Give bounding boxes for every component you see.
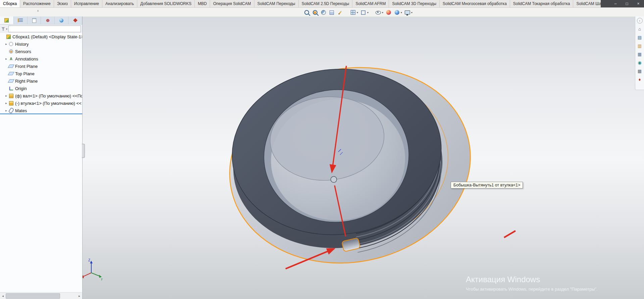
configuration-manager-tab[interactable] (28, 16, 41, 24)
chevron-down-icon[interactable]: ▾ (401, 11, 402, 14)
tree-focus-line (0, 114, 82, 114)
panel-horizontal-scrollbar[interactable]: ◂ ▸ (0, 292, 82, 299)
view-palette-icon[interactable]: ▩ (637, 68, 643, 74)
appearances-icon[interactable]: ◉ (637, 59, 643, 66)
chevron-down-icon[interactable]: ▾ (382, 11, 383, 14)
view-orientation-icon[interactable] (328, 9, 335, 16)
ribbon-tab[interactable]: Добавления SOLIDWORKS (137, 0, 195, 7)
ribbon-tab[interactable]: SolidCAM 2.5D Переходы (299, 0, 353, 7)
ribbon-tab[interactable]: Эскиз (54, 0, 71, 7)
chevron-down-icon[interactable]: ▾ (6, 28, 7, 31)
tree-item-label: Сборка1 (Default) <Display State-1> (12, 34, 82, 39)
tree-item[interactable]: ▸ Front Plane (0, 62, 82, 70)
section-view-icon[interactable] (320, 9, 327, 16)
mates-icon (8, 108, 14, 113)
scrollbar-thumb[interactable] (6, 293, 60, 299)
triad-z-label: Z (88, 258, 90, 262)
panel-tab-strip: ⊕ (0, 16, 82, 25)
ribbon-tab[interactable]: SolidCAM Токарная обработка (510, 0, 574, 7)
expand-arrow-icon[interactable]: ▸ (4, 101, 8, 105)
property-manager-icon (18, 18, 23, 22)
property-manager-tab[interactable] (14, 16, 28, 24)
solidcam-icon[interactable]: ♦ (637, 76, 643, 82)
tree-item-label: Mates (15, 108, 27, 113)
ribbon-tab[interactable]: SolidCAM Переходы (254, 0, 299, 7)
tree-item-label: (ф) вал<1> (По умолчанию) <<По (15, 93, 82, 98)
expand-arrow-icon[interactable]: ▸ (4, 57, 8, 60)
expand-arrow-icon[interactable]: ▸ (4, 109, 8, 112)
tree-item-label: (-) втулка<1> (По умолчанию) << (15, 101, 82, 106)
tree-item[interactable]: ▸ Sensors (0, 48, 82, 55)
solidcam-manager-tab[interactable] (68, 16, 82, 24)
tree-filter-row: ▾ (0, 25, 82, 33)
zoom-fit-icon[interactable] (303, 9, 310, 16)
chevron-down-icon[interactable]: ▾ (357, 11, 358, 14)
plane-icon (8, 79, 14, 83)
history-icon (8, 42, 14, 46)
tree-item-label: Front Plane (15, 64, 38, 69)
display-manager-icon (59, 18, 63, 23)
panel-splitter-handle[interactable] (82, 144, 85, 158)
close-button[interactable]: × (633, 0, 644, 7)
expand-arrow-icon[interactable]: ▸ (4, 42, 8, 46)
tree-item[interactable]: ▸ Annotations (0, 55, 82, 62)
expand-taskpane-icon[interactable]: ‹ (637, 18, 643, 24)
dimxpert-manager-icon: ⊕ (46, 18, 50, 23)
feature-tree: ▸ Сборка1 (Default) <Display State-1> ▸ … (0, 33, 82, 293)
edit-appearance-icon[interactable] (385, 9, 392, 16)
ribbon-tab[interactable]: SolidCAM 3D Переходы (389, 0, 440, 7)
tree-item[interactable]: ▸ Origin (0, 85, 82, 92)
filter-funnel-icon[interactable] (1, 27, 5, 31)
toolbox-icon[interactable]: ▦ (637, 51, 643, 57)
tree-item[interactable]: ▸ Mates (0, 107, 82, 114)
solidcam-manager-icon (73, 18, 78, 23)
tree-item-label: Right Plane (15, 79, 38, 84)
ribbon-tab[interactable]: Расположение (20, 0, 54, 7)
graphics-area[interactable]: Z x y Бобышка-Вытянуть1 от втулка<1> Акт… (0, 7, 644, 299)
feature-manager-tab[interactable] (0, 16, 14, 24)
tree-item[interactable]: ▸ Top Plane (0, 70, 82, 77)
ribbon-tab[interactable]: Исправление (71, 0, 102, 7)
dimxpert-manager-tab[interactable]: ⊕ (41, 16, 55, 24)
ribbon-tab[interactable]: Операция SolidCAM (210, 0, 254, 7)
home-icon[interactable]: ⌂ (637, 26, 643, 32)
tree-item[interactable]: ▸ History (0, 40, 82, 48)
commandmanager-tabbar: Сборка Расположение Эскиз Исправление Ан… (0, 0, 644, 8)
scroll-right-icon[interactable]: ▸ (77, 294, 82, 298)
file-explorer-icon[interactable]: ▤ (637, 34, 643, 40)
ribbon-tab[interactable]: Сборка (0, 0, 20, 7)
tree-item-label: Sensors (15, 49, 31, 54)
view-settings-icon[interactable] (404, 9, 411, 16)
ribbon-tab[interactable]: Анализировать (102, 0, 137, 7)
tree-item[interactable]: ▸ (-) втулка<1> (По умолчанию) << (0, 99, 82, 107)
scrollbar-track[interactable] (6, 293, 77, 299)
chevron-down-icon[interactable]: ▾ (367, 11, 368, 14)
commandmanager-collapse-icon[interactable]: ∧ (35, 9, 41, 14)
tree-item[interactable]: ▸ (ф) вал<1> (По умолчанию) <<По (0, 92, 82, 99)
tree-item[interactable]: ▸ Right Plane (0, 77, 82, 85)
zoom-area-icon[interactable] (311, 9, 318, 16)
plane-icon (8, 64, 14, 69)
feature-manager-icon (4, 18, 9, 23)
tree-filter-input[interactable] (8, 26, 81, 32)
headsup-view-toolbar: ▾ ▾ ▾ ▾ ▾ (303, 8, 413, 16)
wireframe-style-icon[interactable] (360, 9, 367, 16)
tree-item[interactable]: ▸ Сборка1 (Default) <Display State-1> (0, 33, 82, 40)
design-library-icon[interactable]: ▥ (637, 43, 643, 49)
keyway-notch[interactable] (331, 176, 337, 183)
display-style-icon[interactable] (349, 9, 356, 16)
minimize-button[interactable]: – (610, 0, 621, 7)
apply-scene-icon[interactable] (393, 9, 400, 16)
chevron-down-icon[interactable]: ▾ (411, 11, 412, 14)
ribbon-tab[interactable]: MBD (195, 0, 210, 7)
ribbon-tab[interactable]: SolidCAM AFRM (352, 0, 389, 7)
sketch-tool-icon[interactable] (337, 9, 344, 16)
expand-arrow-icon[interactable]: ▸ (4, 94, 8, 97)
display-manager-tab[interactable] (55, 16, 68, 24)
hide-show-items-icon[interactable] (375, 9, 382, 16)
maximize-button[interactable]: □ (621, 0, 633, 7)
ribbon-tabs: Сборка Расположение Эскиз Исправление Ан… (0, 0, 616, 7)
ribbon-tab[interactable]: SolidCAM Многоосевая обработка (440, 0, 510, 7)
sensors-icon (8, 49, 14, 54)
scroll-left-icon[interactable]: ◂ (0, 294, 6, 298)
